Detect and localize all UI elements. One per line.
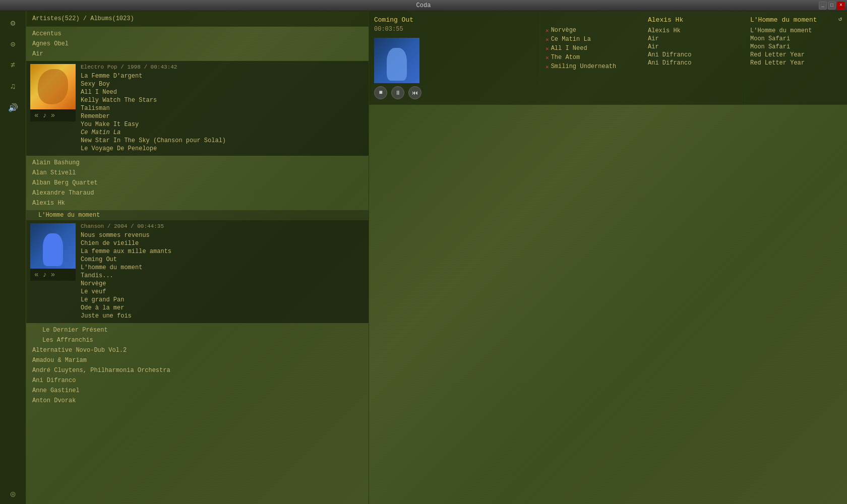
main-layout: ⚙ ⊙ ≠ ♫ 🔊 ◎ Artistes(522) / Albums(1023)… (0, 11, 847, 504)
library-stats: Artistes(522) / Albums(1023) (32, 15, 134, 22)
search-icon[interactable]: ⊙ (5, 36, 21, 52)
track-item[interactable]: Le veuf (81, 288, 365, 296)
track-item[interactable]: Nous sommes revenus (81, 231, 365, 239)
artist-alban-berg[interactable]: Alban Berg Quartet (26, 178, 369, 188)
settings-icon[interactable]: ⚙ (5, 15, 21, 31)
library-panel: Artistes(522) / Albums(1023) Accentus Ag… (26, 11, 369, 504)
artist-alexis-hk[interactable]: Alexis Hk (26, 198, 369, 208)
artist-anton-dvorak[interactable]: Anton Dvorak (26, 396, 369, 406)
pause-button[interactable]: ⏸ (391, 86, 404, 99)
user-icon[interactable]: ◎ (5, 486, 21, 502)
queue-artist: Alexis Hk (648, 27, 740, 35)
queue-artist: Ani Difranco (648, 51, 740, 59)
track-item[interactable]: Tandis... (81, 272, 365, 280)
right-panel: Coming Out 00:03:55 ■ ⏸ ⏮ ✕ Norvège (369, 11, 847, 504)
queue-item: ✕ All I Need (546, 44, 637, 53)
remove-track-btn[interactable]: ✕ (546, 54, 549, 61)
artist-accentus[interactable]: Accentus (26, 29, 369, 39)
track-item[interactable]: La femme aux mille amants (81, 247, 365, 256)
track-item[interactable]: Kelly Watch The Stars (81, 96, 365, 104)
remove-track-btn[interactable]: ✕ (546, 27, 549, 34)
track-item[interactable]: L'homme du moment (81, 264, 365, 272)
artist-ani-difranco[interactable]: Ani Difranco (26, 375, 369, 386)
queue-item: ✕ Ce Matin La (546, 35, 637, 44)
artist-alexandre-tharaud[interactable]: Alexandre Tharaud (26, 188, 369, 198)
album-cover-lhomme (30, 223, 76, 269)
queue-album: L'Homme du moment (750, 27, 842, 35)
remove-track-btn[interactable]: ✕ (546, 45, 549, 52)
queue-albums-col: L'Homme du moment L'Homme du moment Moon… (745, 11, 847, 104)
queue-track-name: Ce Matin La (551, 36, 591, 43)
queue-tracks-col: ✕ Norvège ✕ Ce Matin La ✕ All I Need ✕ T… (540, 11, 643, 104)
track-item[interactable]: Chien de vieille (81, 239, 365, 247)
track-list-lhomme: Nous sommes revenus Chien de vieille La … (81, 231, 365, 320)
artist-alain-bashung[interactable]: Alain Bashung (26, 158, 369, 168)
queue-track-name: Norvège (551, 27, 576, 34)
track-item[interactable]: Remember (81, 112, 365, 120)
play-album-lhomme-btn[interactable]: ♪ (42, 271, 46, 279)
track-item[interactable]: You Make It Easy (81, 120, 365, 129)
queue-track-name: The Atom (551, 54, 580, 61)
album-lhomme: L'Homme du moment « ♪ » Chanson / 2004 /… (26, 210, 369, 323)
artist-agnes-obel[interactable]: Agnes Obel (26, 39, 369, 49)
album-header-lhomme[interactable]: L'Homme du moment (26, 210, 369, 220)
track-item[interactable]: Ode à la mer (81, 304, 365, 312)
album-info-moon-safari: Electro Pop / 1998 / 00:43:42 La Femme D… (81, 64, 365, 153)
artist-air[interactable]: Air (26, 49, 369, 59)
remove-track-btn[interactable]: ✕ (546, 36, 549, 43)
queue-item: ✕ The Atom (546, 53, 637, 62)
speaker-icon[interactable]: 🔊 (5, 100, 21, 116)
queue-track-name: Smiling Underneath (551, 63, 617, 70)
now-playing-area: Coming Out 00:03:55 ■ ⏸ ⏮ ✕ Norvège (369, 11, 847, 105)
track-item[interactable]: Ce Matin La (81, 129, 365, 137)
queue-artist-header: Alexis Hk (648, 16, 740, 24)
album-les-affranchis[interactable]: Les Affranchis (26, 335, 369, 345)
remove-track-btn[interactable]: ✕ (546, 64, 549, 70)
track-list-moon-safari: La Femme D'argent Sexy Boy All I Need Ke… (81, 72, 365, 153)
track-item[interactable]: Norvège (81, 280, 365, 288)
now-playing-track: Coming Out (374, 16, 535, 24)
sidebar: ⚙ ⊙ ≠ ♫ 🔊 ◎ (0, 11, 26, 504)
prev-album-btn[interactable]: « (34, 111, 38, 119)
album-nav-moon-safari: « ♪ » (30, 109, 76, 121)
library-content[interactable]: Accentus Agnes Obel Air « ♪ » Electro (26, 27, 369, 504)
album-meta-moon-safari: Electro Pop / 1998 / 00:43:42 (81, 64, 365, 70)
artist-amadou[interactable]: Amadou & Mariam (26, 355, 369, 365)
track-item[interactable]: Le grand Pan (81, 296, 365, 304)
track-item[interactable]: New Star In The Sky (Chanson pour Solal) (81, 137, 365, 145)
library-header: Artistes(522) / Albums(1023) (26, 11, 369, 27)
album-detail-lhomme: « ♪ » Chanson / 2004 / 00:44:35 Nous som… (26, 220, 369, 323)
minimize-button[interactable]: _ (819, 2, 827, 10)
now-playing-time: 00:03:55 (374, 26, 535, 33)
artist-alternative[interactable]: Alternative Novo-Dub Vol.2 (26, 345, 369, 355)
next-album-lhomme-btn[interactable]: » (51, 271, 55, 279)
refresh-button[interactable]: ↺ (838, 15, 842, 23)
album-nav-lhomme: « ♪ » (30, 269, 76, 281)
artist-andre-cluytens[interactable]: André Cluytens, Philharmonia Orchestra (26, 365, 369, 375)
prev-button[interactable]: ⏮ (408, 86, 421, 99)
album-le-dernier-present[interactable]: Le Dernier Présent (26, 325, 369, 335)
play-album-btn[interactable]: ♪ (42, 111, 46, 119)
queue-artist: Air (648, 35, 740, 43)
track-item[interactable]: Le Voyage De Penelope (81, 145, 365, 153)
stop-button[interactable]: ■ (374, 86, 387, 99)
track-item[interactable]: Sexy Boy (81, 80, 365, 88)
queue-item: ✕ Smiling Underneath (546, 62, 637, 71)
filter-icon[interactable]: ≠ (5, 57, 21, 74)
queue-album: Red Letter Year (750, 51, 842, 59)
prev-album-lhomme-btn[interactable]: « (34, 271, 38, 279)
track-item[interactable]: All I Need (81, 88, 365, 96)
artist-alan-stivell[interactable]: Alan Stivell (26, 168, 369, 178)
track-item[interactable]: Coming Out (81, 256, 365, 264)
track-item[interactable]: Juste une fois (81, 312, 365, 320)
music-icon[interactable]: ♫ (5, 79, 21, 95)
queue-artists-col: Alexis Hk Alexis Hk Air Air Ani Difranco… (643, 11, 745, 104)
next-album-btn[interactable]: » (51, 111, 55, 119)
track-item[interactable]: La Femme D'argent (81, 72, 365, 80)
close-button[interactable]: × (837, 2, 845, 10)
album-detail-moon-safari: « ♪ » Electro Pop / 1998 / 00:43:42 La F… (26, 61, 369, 156)
track-item[interactable]: Talisman (81, 104, 365, 112)
maximize-button[interactable]: □ (828, 2, 836, 10)
queue-album-header: L'Homme du moment (750, 16, 842, 24)
artist-anne-gastinel[interactable]: Anne Gastinel (26, 386, 369, 396)
